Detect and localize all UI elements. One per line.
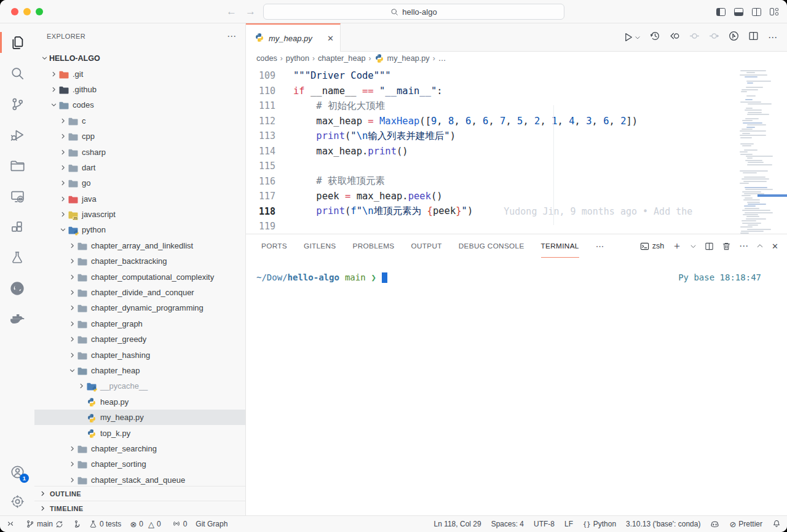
open-changes-icon[interactable] (670, 31, 680, 44)
tree-item-csharp[interactable]: csharp (34, 144, 245, 159)
breadcrumb-item[interactable]: … (438, 54, 446, 63)
panel-tab-problems[interactable]: PROBLEMS (353, 234, 395, 258)
customize-layout-icon[interactable] (770, 8, 778, 15)
breadcrumb-item[interactable]: python (286, 54, 309, 63)
panel-tab-ports[interactable]: PORTS (261, 234, 287, 258)
tree-item-chapter-hashing[interactable]: chapter_hashing (34, 347, 245, 362)
branch-status[interactable]: main (26, 520, 63, 528)
tree-item-chapter-searching[interactable]: chapter_searching (34, 441, 245, 456)
tree-item-chapter-graph[interactable]: chapter_graph (34, 316, 245, 332)
problems-status[interactable]: ⊗ 0 △ 0 (130, 520, 160, 529)
overview-ruler[interactable] (778, 65, 787, 234)
tree-item-chapter-heap[interactable]: chapter_heap (34, 363, 245, 378)
more-panel-tabs-icon[interactable]: ⋯ (596, 234, 604, 258)
python-interpreter-status[interactable]: 3.10.13 ('base': conda) (626, 520, 700, 528)
tree-item-cpp[interactable]: cpp (34, 129, 245, 144)
explorer-more-actions-icon[interactable]: ⋯ (227, 31, 237, 42)
prettier-status[interactable]: ⊘ Prettier (729, 520, 762, 529)
tree-item-my-heap-py[interactable]: my_heap.py (34, 410, 245, 425)
minimap[interactable] (738, 65, 778, 234)
tree-item--git[interactable]: .git (34, 66, 245, 81)
terminal-dropdown-icon[interactable] (690, 243, 697, 250)
tree-item--pycache-[interactable]: __pycache__ (34, 378, 245, 394)
git-graph-status[interactable]: Git Graph (196, 520, 227, 528)
testing-icon[interactable] (0, 242, 34, 273)
docker-icon[interactable] (0, 304, 34, 335)
section-timeline[interactable]: TIMELINE (34, 501, 245, 515)
cursor-position-status[interactable]: Ln 118, Col 29 (433, 520, 481, 528)
split-editor-icon[interactable] (748, 31, 759, 44)
tree-item-java[interactable]: java (34, 191, 245, 207)
forward-arrow-icon[interactable]: → (245, 6, 256, 18)
close-tab-icon[interactable]: ✕ (327, 34, 334, 43)
remote-explorer-icon[interactable] (0, 181, 34, 212)
copilot-icon[interactable] (710, 520, 719, 529)
code-editor[interactable]: 109"""Driver Code"""110if __name__ == "_… (246, 65, 787, 234)
tree-item-chapter-array-and-linkedlist[interactable]: chapter_array_and_linkedlist (34, 238, 245, 253)
encoding-status[interactable]: UTF-8 (534, 520, 555, 528)
toggle-panel-icon[interactable] (734, 8, 743, 16)
tree-item-chapter-computational-complexity[interactable]: chapter_computational_complexity (34, 269, 245, 284)
explorer-icon[interactable] (0, 27, 34, 58)
tree-item-chapter-dynamic-programming[interactable]: chapter_dynamic_programming (34, 300, 245, 316)
terminal-shell-button[interactable]: zsh (640, 242, 664, 251)
minimize-window-button[interactable] (23, 8, 31, 15)
previous-change-icon[interactable] (689, 31, 700, 44)
tree-item-top-k-py[interactable]: top_k.py (34, 425, 245, 440)
github-icon[interactable] (0, 273, 34, 304)
eol-status[interactable]: LF (564, 520, 573, 528)
remote-indicator[interactable] (6, 520, 15, 528)
tree-item-javascript[interactable]: JSjavascript (34, 207, 245, 222)
folder-explorer-icon[interactable] (0, 150, 34, 181)
tree-item-codes[interactable]: codes (34, 97, 245, 113)
split-terminal-icon[interactable] (705, 242, 714, 251)
feedback-status[interactable]: 0 (172, 520, 188, 528)
tab-my-heap[interactable]: my_heap.py ✕ (246, 23, 341, 52)
editor-more-actions-icon[interactable]: ⋯ (768, 32, 777, 43)
panel-tab-terminal[interactable]: TERMINAL (541, 234, 579, 258)
panel-tab-debug-console[interactable]: DEBUG CONSOLE (459, 234, 524, 258)
panel-tab-output[interactable]: OUTPUT (411, 234, 441, 258)
panel-more-actions-icon[interactable]: ⋯ (739, 240, 748, 252)
extensions-icon[interactable] (0, 212, 34, 242)
breadcrumb-item[interactable]: my_heap.py (387, 54, 430, 63)
tree-item-chapter-stack-and-queue[interactable]: chapter_stack_and_queue (34, 472, 245, 486)
section-outline[interactable]: OUTLINE (34, 486, 245, 501)
tree-item-chapter-greedy[interactable]: chapter_greedy (34, 332, 245, 347)
tree-item--github[interactable]: .github (34, 82, 245, 97)
notifications-bell-icon[interactable] (772, 520, 781, 528)
timeline-history-icon[interactable] (650, 31, 660, 44)
gitlens-graph-icon[interactable] (729, 31, 739, 44)
tree-item-hello-algo[interactable]: HELLO-ALGO (34, 50, 245, 66)
tree-item-dart[interactable]: dart (34, 160, 245, 175)
tree-item-chapter-divide-and-conquer[interactable]: chapter_divide_and_conquer (34, 285, 245, 300)
run-debug-icon[interactable] (0, 119, 34, 150)
maximize-window-button[interactable] (36, 8, 43, 15)
tree-item-chapter-backtracking[interactable]: chapter_backtracking (34, 253, 245, 269)
source-control-icon[interactable] (0, 89, 34, 119)
next-change-icon[interactable] (709, 31, 719, 44)
toggle-sidebar-icon[interactable] (716, 8, 726, 16)
tree-item-python[interactable]: python (34, 222, 245, 237)
close-window-button[interactable] (11, 8, 18, 15)
tree-item-c[interactable]: c (34, 113, 245, 129)
gitlens-status-icon[interactable] (72, 520, 81, 528)
new-terminal-icon[interactable]: ＋ (672, 240, 682, 253)
language-mode-status[interactable]: {} Python (583, 520, 616, 528)
tests-status[interactable]: 0 tests (89, 520, 121, 528)
kill-terminal-icon[interactable] (722, 242, 731, 251)
breadcrumb-item[interactable]: codes (256, 54, 277, 63)
terminal[interactable]: ~/Dow/hello-algomain❯ Py base 18:18:47 (246, 258, 787, 515)
panel-tab-gitlens[interactable]: GITLENS (304, 234, 336, 258)
tree-item-chapter-sorting[interactable]: chapter_sorting (34, 456, 245, 472)
search-icon[interactable] (0, 58, 34, 89)
settings-gear-icon[interactable] (0, 487, 34, 515)
maximize-panel-icon[interactable] (756, 242, 764, 250)
indentation-status[interactable]: Spaces: 4 (491, 520, 524, 528)
close-panel-icon[interactable]: ✕ (772, 242, 778, 251)
accounts-icon[interactable]: 1 (0, 456, 34, 487)
toggle-secondary-sidebar-icon[interactable] (752, 8, 761, 16)
tree-item-heap-py[interactable]: heap.py (34, 394, 245, 410)
back-arrow-icon[interactable]: ← (226, 6, 237, 18)
command-center-search[interactable]: hello-algo (263, 4, 564, 20)
